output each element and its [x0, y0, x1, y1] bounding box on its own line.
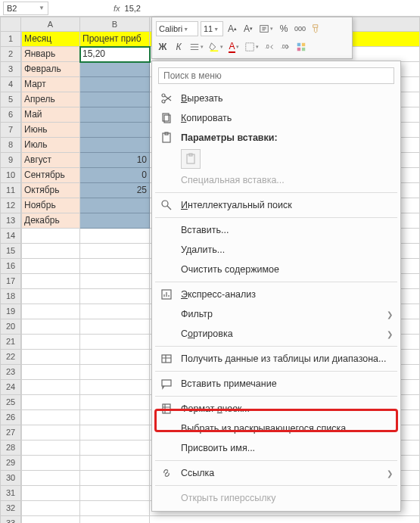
row-header[interactable]: 26: [0, 410, 21, 425]
cell[interactable]: [80, 244, 150, 259]
decrease-font-icon[interactable]: A▾: [241, 21, 255, 36]
cell[interactable]: [80, 471, 150, 486]
cell[interactable]: [21, 441, 80, 456]
cell[interactable]: [21, 486, 80, 501]
menu-delete[interactable]: Удалить...: [152, 240, 400, 260]
row-header[interactable]: 14: [0, 229, 21, 244]
cell[interactable]: [80, 274, 150, 289]
cell[interactable]: [80, 229, 150, 244]
cell[interactable]: [150, 516, 420, 523]
cell[interactable]: 15,20: [80, 47, 150, 62]
row-header[interactable]: 24: [0, 380, 21, 395]
cell[interactable]: [80, 410, 150, 425]
row-header[interactable]: 30: [0, 471, 21, 486]
menu-dropdown-list[interactable]: Выбрать из раскрывающегося списка...: [152, 419, 400, 438]
increase-decimal-icon[interactable]: .0: [263, 39, 276, 54]
cell[interactable]: [21, 395, 80, 410]
cell[interactable]: [80, 501, 150, 516]
row-header[interactable]: 8: [0, 138, 21, 153]
row-header[interactable]: 10: [0, 168, 21, 183]
cell[interactable]: [21, 244, 80, 259]
cell[interactable]: [80, 138, 150, 153]
row-header[interactable]: 6: [0, 107, 21, 123]
cell[interactable]: Апрель: [21, 92, 80, 107]
cell[interactable]: [80, 425, 150, 441]
bold-icon[interactable]: Ж: [156, 39, 170, 54]
cell[interactable]: Январь: [21, 47, 80, 62]
font-size-picker[interactable]: 11▼: [201, 21, 223, 36]
cell[interactable]: [21, 365, 80, 380]
row-header[interactable]: 7: [0, 123, 21, 138]
cell[interactable]: Март: [21, 77, 80, 92]
cell[interactable]: [80, 92, 150, 107]
menu-get-data[interactable]: Получить данные из таблицы или диапазона…: [152, 349, 400, 369]
cell[interactable]: [21, 259, 80, 274]
cell[interactable]: [80, 77, 150, 92]
cell[interactable]: 0: [80, 168, 150, 183]
cell[interactable]: [80, 456, 150, 471]
cell[interactable]: [21, 501, 80, 516]
cell-styles-icon[interactable]: [294, 39, 308, 54]
row-header[interactable]: 11: [0, 183, 21, 198]
menu-format-cells[interactable]: Формат ячеек...: [152, 399, 400, 419]
cell[interactable]: Процент приб: [80, 32, 150, 47]
row-header[interactable]: 33: [0, 516, 21, 523]
cell[interactable]: [21, 319, 80, 335]
row-header[interactable]: 15: [0, 244, 21, 259]
menu-quick-analysis[interactable]: Экспресс-анализ: [152, 285, 400, 304]
menu-copy[interactable]: Копировать: [152, 108, 400, 128]
cell[interactable]: [21, 350, 80, 365]
cell[interactable]: [21, 304, 80, 319]
menu-search-input[interactable]: [158, 67, 394, 84]
row-header[interactable]: 12: [0, 198, 21, 213]
cell[interactable]: [80, 107, 150, 123]
row-header[interactable]: 28: [0, 441, 21, 456]
menu-cut[interactable]: Вырезать: [152, 89, 400, 108]
row-header[interactable]: 25: [0, 395, 21, 410]
row-header[interactable]: 13: [0, 213, 21, 229]
row-header[interactable]: 20: [0, 319, 21, 335]
row-header[interactable]: 27: [0, 425, 21, 441]
decrease-decimal-icon[interactable]: .00: [278, 39, 292, 54]
menu-insert[interactable]: Вставить...: [152, 220, 400, 240]
menu-insert-comment[interactable]: Вставить примечание: [152, 374, 400, 394]
row-header[interactable]: 5: [0, 92, 21, 107]
cell[interactable]: [80, 441, 150, 456]
cell[interactable]: [80, 259, 150, 274]
percent-format-icon[interactable]: %: [277, 21, 291, 36]
cell[interactable]: Октябрь: [21, 183, 80, 198]
cell[interactable]: [80, 335, 150, 350]
cell[interactable]: 25: [80, 183, 150, 198]
fill-color-icon[interactable]: ▾: [207, 39, 225, 54]
font-picker[interactable]: Calibri▼: [156, 21, 198, 36]
cell[interactable]: [80, 123, 150, 138]
cell[interactable]: 10: [80, 153, 150, 168]
accounting-format-icon[interactable]: ▾: [257, 21, 275, 36]
comma-format-icon[interactable]: 000: [293, 21, 307, 36]
row-header[interactable]: 9: [0, 153, 21, 168]
cell[interactable]: [80, 319, 150, 335]
cell[interactable]: Май: [21, 107, 80, 123]
align-icon[interactable]: ▾: [188, 39, 205, 54]
menu-link[interactable]: Ссылка ❯: [152, 463, 400, 483]
borders-icon[interactable]: ▾: [243, 39, 260, 54]
row-header[interactable]: 16: [0, 259, 21, 274]
font-color-icon[interactable]: А▾: [227, 39, 241, 54]
row-header[interactable]: 17: [0, 274, 21, 289]
column-header-a[interactable]: A: [21, 17, 80, 32]
cell[interactable]: [80, 304, 150, 319]
cell[interactable]: [21, 335, 80, 350]
select-all-corner[interactable]: [0, 17, 21, 32]
formula-bar-value[interactable]: 15,2: [125, 4, 141, 13]
cell[interactable]: [21, 380, 80, 395]
cell[interactable]: Декабрь: [21, 213, 80, 229]
menu-sort[interactable]: Сортировка ❯: [152, 324, 400, 344]
cell[interactable]: Ноябрь: [21, 198, 80, 213]
cell[interactable]: [80, 350, 150, 365]
cell[interactable]: [21, 410, 80, 425]
cell[interactable]: [21, 289, 80, 304]
cell[interactable]: Февраль: [21, 62, 80, 77]
cell[interactable]: [21, 471, 80, 486]
cell[interactable]: Месяц: [21, 32, 80, 47]
row-header[interactable]: 3: [0, 62, 21, 77]
